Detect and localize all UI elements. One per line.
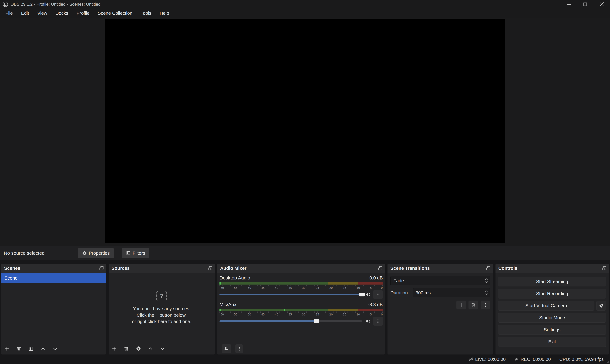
duration-label: Duration [390, 290, 413, 296]
menu-file[interactable]: File [1, 9, 17, 18]
remove-source-button[interactable] [124, 346, 129, 351]
program-canvas[interactable] [105, 19, 505, 243]
sources-title: Sources [111, 266, 130, 271]
db-scale: -60 -55 -50 -45 -40 -35 -30 -25 -20 -15 … [220, 286, 383, 290]
titlebar[interactable]: OBS 29.1.2 - Profile: Untitled - Scenes:… [0, 0, 610, 9]
dock-scene-transitions: Scene Transitions Fade Du [388, 264, 493, 354]
popout-icon[interactable] [486, 266, 491, 271]
remove-transition-button[interactable] [469, 300, 478, 310]
advanced-audio-button[interactable] [222, 344, 231, 353]
transition-menu-button[interactable] [481, 300, 490, 310]
trash-icon [471, 302, 476, 308]
move-source-up-button[interactable] [148, 346, 153, 351]
gear-icon [82, 251, 87, 256]
transition-buttons [390, 300, 490, 310]
channel-level-db: -8.3 dB [368, 302, 383, 307]
spinbox-arrows-icon[interactable] [483, 288, 490, 297]
slider-handle[interactable] [359, 293, 365, 297]
scene-transitions-header[interactable]: Scene Transitions [388, 264, 493, 273]
duration-spinbox[interactable]: 300 ms [413, 288, 490, 297]
menu-tools[interactable]: Tools [137, 9, 155, 18]
db-tick: -5 [369, 286, 372, 289]
exit-button[interactable]: Exit [498, 337, 606, 347]
channel-menu-button[interactable] [373, 290, 383, 299]
db-tick: -25 [315, 313, 319, 316]
add-scene-button[interactable] [4, 346, 10, 351]
source-status-label: No source selected [4, 250, 45, 256]
scene-list-item[interactable]: Scene [1, 273, 106, 283]
kebab-icon [375, 292, 380, 297]
scene-name: Scene [4, 275, 17, 281]
resize-grip[interactable] [606, 360, 609, 363]
dock-sources: Sources ? You don't have any sources. Cl… [109, 264, 215, 354]
filters-button[interactable]: Filters [122, 248, 149, 258]
db-tick: -5 [369, 313, 372, 316]
scene-filters-button[interactable] [28, 346, 34, 351]
properties-button[interactable]: Properties [78, 248, 114, 258]
move-scene-up-button[interactable] [40, 346, 46, 351]
start-virtual-camera-button[interactable]: Start Virtual Camera [498, 301, 595, 311]
popout-icon[interactable] [602, 266, 607, 271]
audio-mixer-header[interactable]: Audio Mixer [217, 264, 385, 273]
menu-scene-collection[interactable]: Scene Collection [94, 9, 137, 18]
db-tick: -30 [301, 286, 305, 289]
mute-button[interactable] [365, 291, 371, 298]
virtual-camera-settings-button[interactable] [596, 301, 606, 311]
close-button[interactable] [594, 0, 610, 9]
remove-scene-button[interactable] [16, 346, 22, 351]
source-properties-button[interactable] [136, 346, 141, 351]
menu-profile[interactable]: Profile [72, 9, 94, 18]
channel-level-db: 0.0 dB [369, 275, 383, 281]
db-scale: -60 -55 -50 -45 -40 -35 -30 -25 -20 -15 … [220, 312, 383, 316]
slider-handle[interactable] [314, 319, 319, 323]
add-source-button[interactable] [111, 346, 117, 351]
filters-icon [126, 251, 131, 256]
mute-button[interactable] [365, 318, 371, 324]
empty-line: Click the + button below, [132, 312, 191, 318]
minimize-button[interactable] [560, 0, 577, 9]
db-tickmarks [220, 285, 383, 286]
move-source-down-button[interactable] [160, 346, 165, 351]
popout-icon[interactable] [378, 266, 383, 271]
db-tick: -40 [274, 286, 278, 289]
channel-menu-button[interactable] [373, 317, 383, 326]
db-tick: -60 [220, 286, 224, 289]
empty-line: or right click here to add one. [132, 318, 191, 325]
start-streaming-button[interactable]: Start Streaming [498, 277, 606, 286]
controls-title: Controls [498, 266, 517, 271]
popout-icon[interactable] [208, 266, 212, 271]
db-tick: -45 [260, 286, 265, 289]
volume-meter [220, 309, 383, 311]
volume-meter [220, 282, 383, 285]
gear-icon [599, 303, 604, 308]
kebab-icon [237, 346, 242, 351]
live-status: LIVE: 00:00:00 [468, 357, 506, 362]
sources-header[interactable]: Sources [109, 264, 215, 273]
source-toolbar: No source selected P [0, 246, 610, 260]
scenes-list[interactable]: Scene [1, 273, 106, 343]
transition-select[interactable]: Fade [390, 276, 490, 285]
add-transition-button[interactable] [457, 300, 466, 310]
db-tick: -25 [315, 286, 319, 289]
db-tick: -55 [233, 313, 237, 316]
channel-name: Mic/Aux [220, 302, 236, 307]
combo-arrows-icon[interactable] [483, 276, 490, 285]
maximize-button[interactable] [577, 0, 594, 9]
menu-view[interactable]: View [33, 9, 51, 18]
volume-slider[interactable] [220, 319, 362, 324]
menu-help[interactable]: Help [155, 9, 173, 18]
volume-slider[interactable] [220, 292, 362, 297]
mixer-menu-button[interactable] [235, 344, 243, 353]
move-scene-down-button[interactable] [52, 346, 58, 351]
settings-button[interactable]: Settings [498, 325, 606, 335]
popout-icon[interactable] [99, 266, 104, 271]
scenes-header[interactable]: Scenes [1, 264, 106, 273]
menu-edit[interactable]: Edit [17, 9, 33, 18]
audio-mixer-body: Desktop Audio 0.0 dB -60 -55 -50 -45 -40… [217, 273, 385, 354]
stream-status-icon [468, 357, 473, 362]
controls-header[interactable]: Controls [496, 264, 609, 273]
menu-docks[interactable]: Docks [51, 9, 72, 18]
sources-empty-area[interactable]: ? You don't have any sources. Click the … [109, 273, 215, 343]
studio-mode-button[interactable]: Studio Mode [498, 313, 606, 323]
start-recording-button[interactable]: Start Recording [498, 289, 606, 299]
